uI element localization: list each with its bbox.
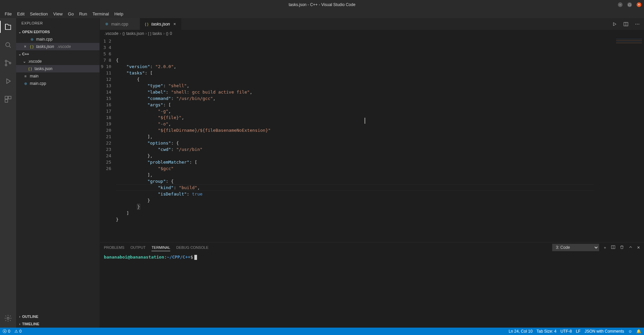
split-terminal-icon[interactable] — [611, 245, 616, 250]
cpp-file-icon: ⊕ — [23, 81, 28, 86]
menu-go[interactable]: Go — [65, 10, 76, 17]
menu-file[interactable]: File — [2, 10, 14, 17]
file-name: tasks.json — [35, 66, 52, 71]
menu-run[interactable]: Run — [76, 10, 90, 17]
panel-tab-debug-console[interactable]: DEBUG CONSOLE — [176, 244, 208, 251]
chevron-down-icon: ⌄ — [17, 52, 22, 56]
file-name: main.cpp — [30, 81, 46, 86]
editor-tab[interactable]: { }tasks.json× — [140, 18, 182, 30]
svg-point-2 — [5, 64, 7, 66]
cpp-file-icon: ⊕ — [104, 21, 109, 27]
kill-terminal-icon[interactable] — [620, 245, 624, 250]
status-bell-icon[interactable]: 🔔 — [636, 329, 641, 334]
more-actions-icon[interactable] — [634, 21, 641, 27]
menubar: FileEditSelectionViewGoRunTerminalHelp — [0, 9, 644, 18]
maximize-button[interactable]: ▢ — [627, 2, 632, 7]
file-name: main.cpp — [36, 37, 53, 42]
activity-extensions-icon[interactable] — [0, 93, 16, 105]
menu-terminal[interactable]: Terminal — [90, 10, 112, 17]
bottom-panel: PROBLEMSOUTPUTTERMINALDEBUG CONSOLE 3: C… — [100, 242, 644, 328]
chevron-down-icon: ⌄ — [17, 30, 22, 34]
window-controls: – ▢ ✕ — [618, 2, 641, 7]
minimize-button[interactable]: – — [618, 2, 623, 7]
status-language[interactable]: JSON with Comments — [585, 329, 624, 334]
status-warnings[interactable]: ⚠0 — [14, 329, 22, 334]
terminal-prompt-symbol: $ — [190, 255, 193, 260]
status-eol[interactable]: LF — [576, 329, 581, 334]
terminal-selector[interactable]: 3: Code — [552, 244, 599, 251]
menu-edit[interactable]: Edit — [14, 10, 27, 17]
file-item[interactable]: ≡main — [16, 72, 100, 80]
menu-view[interactable]: View — [51, 10, 65, 17]
workspace-header[interactable]: ⌄ C++ — [16, 50, 100, 58]
breadcrumb-item[interactable]: .vscode — [105, 31, 118, 36]
svg-rect-5 — [8, 96, 11, 99]
status-encoding[interactable]: UTF-8 — [561, 329, 572, 334]
status-feedback-icon[interactable]: ☺ — [628, 329, 632, 334]
activity-scm-icon[interactable] — [0, 57, 16, 69]
folder-name: .vscode — [28, 59, 42, 64]
menu-help[interactable]: Help — [112, 10, 126, 17]
status-lncol[interactable]: Ln 24, Col 10 — [509, 329, 532, 334]
run-icon[interactable] — [611, 21, 618, 27]
code-editor[interactable]: { "version": "2.0.0", "tasks": [ { "type… — [116, 37, 614, 242]
svg-point-1 — [5, 60, 7, 62]
terminal-cursor — [194, 255, 197, 260]
text-file-icon: ≡ — [23, 73, 28, 79]
tab-label: main.cpp — [111, 22, 128, 26]
panel-tab-problems[interactable]: PROBLEMS — [104, 244, 124, 251]
close-panel-icon[interactable]: ✕ — [637, 245, 640, 250]
close-button[interactable]: ✕ — [637, 2, 641, 7]
maximize-panel-icon[interactable] — [628, 245, 633, 250]
status-bar: ⓧ0 ⚠0 Ln 24, Col 10 Tab Size: 4 UTF-8 LF… — [0, 328, 644, 335]
tab-label: tasks.json — [151, 22, 170, 26]
sidebar-title: EXPLORER — [16, 18, 100, 28]
terminal-prompt-path: ~/CPP/C++ — [167, 255, 190, 260]
cpp-file-icon: ⊕ — [29, 37, 35, 42]
open-editor-item[interactable]: ⊕main.cpp — [16, 36, 100, 43]
panel-tab-terminal[interactable]: TERMINAL — [151, 244, 170, 251]
svg-rect-6 — [5, 100, 8, 102]
svg-point-7 — [7, 317, 9, 319]
breadcrumb-item[interactable]: tasks — [152, 31, 162, 36]
terminal-body[interactable]: bananaboi@bananastation:~/CPP/C++$ — [100, 253, 644, 328]
split-editor-icon[interactable] — [623, 21, 629, 27]
file-name: main — [30, 74, 39, 78]
status-errors[interactable]: ⓧ0 — [3, 329, 10, 334]
minimap[interactable] — [614, 37, 644, 242]
json-file-icon: { } — [27, 66, 33, 71]
open-editor-item[interactable]: ×{ }tasks.json.vscode — [16, 43, 100, 50]
svg-point-10 — [637, 24, 638, 24]
menu-selection[interactable]: Selection — [27, 10, 50, 17]
window-title: tasks.json - C++ - Visual Studio Code — [288, 2, 355, 7]
file-name: tasks.json — [36, 44, 54, 49]
panel-tab-output[interactable]: OUTPUT — [130, 244, 145, 251]
activity-bar — [0, 18, 16, 328]
status-tabsize[interactable]: Tab Size: 4 — [536, 329, 556, 334]
activity-debug-icon[interactable] — [0, 75, 16, 87]
new-terminal-icon[interactable]: ＋ — [603, 245, 607, 250]
activity-search-icon[interactable] — [0, 39, 16, 51]
open-editors-header[interactable]: ⌄ OPEN EDITORS — [16, 28, 100, 36]
timeline-header[interactable]: › TIMELINE — [16, 320, 100, 328]
chevron-right-icon: › — [17, 322, 22, 326]
close-icon[interactable]: × — [23, 44, 27, 49]
file-item[interactable]: { }tasks.json — [16, 65, 100, 72]
outline-header[interactable]: › OUTLINE — [16, 313, 100, 320]
activity-settings-icon[interactable] — [0, 312, 16, 324]
breadcrumb-item[interactable]: tasks.json — [126, 31, 144, 36]
sidebar-explorer: EXPLORER ⌄ OPEN EDITORS ⊕main.cpp×{ }tas… — [16, 18, 100, 328]
editor-tab[interactable]: ⊕main.cpp — [100, 18, 140, 30]
svg-point-0 — [6, 43, 10, 47]
chevron-right-icon: › — [17, 315, 22, 319]
breadcrumb-item[interactable]: 0 — [170, 31, 172, 36]
svg-point-11 — [639, 24, 639, 24]
line-number-gutter: 1 2 3 4 5 6 7 8 9 10 11 12 13 14 15 16 1… — [100, 37, 116, 242]
file-item[interactable]: ⊕main.cpp — [16, 80, 100, 87]
json-file-icon: { } — [144, 21, 149, 27]
close-icon[interactable]: × — [172, 21, 177, 26]
svg-point-9 — [635, 24, 636, 24]
breadcrumbs[interactable]: .vscode›{} tasks.json›[ ] tasks›{} 0 — [100, 30, 644, 37]
folder-item[interactable]: ⌄.vscode — [16, 58, 100, 65]
activity-explorer-icon[interactable] — [0, 21, 16, 33]
